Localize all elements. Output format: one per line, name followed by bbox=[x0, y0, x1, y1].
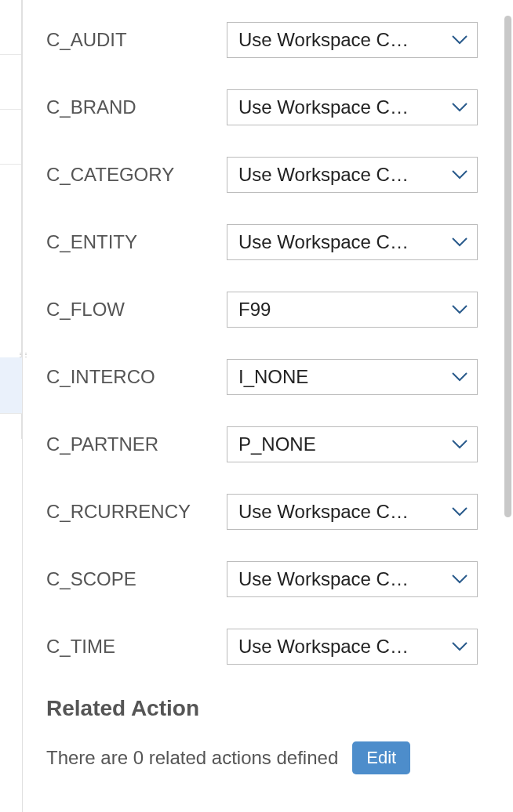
chevron-down-icon bbox=[452, 237, 468, 247]
field-label: C_BRAND bbox=[46, 96, 227, 118]
field-row-c-partner: C_PARTNER P_NONE bbox=[46, 426, 489, 462]
scrollbar-thumb[interactable] bbox=[504, 16, 511, 517]
field-label: C_CATEGORY bbox=[46, 164, 227, 186]
dropdown-c-flow[interactable]: F99 bbox=[227, 292, 478, 328]
field-row-c-scope: C_SCOPE Use Workspace C… bbox=[46, 561, 489, 597]
chevron-down-icon bbox=[452, 305, 468, 314]
chevron-down-icon bbox=[452, 440, 468, 449]
related-action-text: There are 0 related actions defined bbox=[46, 747, 338, 769]
chevron-down-icon bbox=[452, 103, 468, 112]
chevron-down-icon bbox=[452, 372, 468, 382]
chevron-down-icon bbox=[452, 507, 468, 517]
field-row-c-time: C_TIME Use Workspace C… bbox=[46, 629, 489, 665]
field-label: C_PARTNER bbox=[46, 433, 227, 455]
dropdown-c-brand[interactable]: Use Workspace C… bbox=[227, 89, 478, 125]
field-row-c-interco: C_INTERCO I_NONE bbox=[46, 359, 489, 395]
dropdown-value: Use Workspace C… bbox=[238, 29, 444, 51]
section-title-related-action: Related Action bbox=[46, 696, 489, 721]
chevron-down-icon bbox=[452, 642, 468, 651]
field-row-c-audit: C_AUDIT Use Workspace C… bbox=[46, 22, 489, 58]
dropdown-value: Use Workspace C… bbox=[238, 96, 444, 118]
dropdown-c-interco[interactable]: I_NONE bbox=[227, 359, 478, 395]
dropdown-c-partner[interactable]: P_NONE bbox=[227, 426, 478, 462]
properties-panel: C_AUDIT Use Workspace C… C_BRAND Use Wor… bbox=[22, 0, 513, 812]
field-row-c-brand: C_BRAND Use Workspace C… bbox=[46, 89, 489, 125]
field-row-c-category: C_CATEGORY Use Workspace C… bbox=[46, 157, 489, 193]
related-action-row: There are 0 related actions defined Edit bbox=[46, 741, 489, 774]
field-row-c-rcurrency: C_RCURRENCY Use Workspace C… bbox=[46, 494, 489, 530]
field-label: C_FLOW bbox=[46, 299, 227, 321]
dropdown-c-entity[interactable]: Use Workspace C… bbox=[227, 224, 478, 260]
dropdown-value: F99 bbox=[238, 299, 444, 321]
field-label: C_INTERCO bbox=[46, 366, 227, 388]
left-rail: ⋮⋮ bbox=[0, 0, 22, 439]
dropdown-c-scope[interactable]: Use Workspace C… bbox=[227, 561, 478, 597]
dropdown-value: Use Workspace C… bbox=[238, 568, 444, 590]
dropdown-value: Use Workspace C… bbox=[238, 231, 444, 253]
field-label: C_ENTITY bbox=[46, 231, 227, 253]
dropdown-c-audit[interactable]: Use Workspace C… bbox=[227, 22, 478, 58]
dropdown-c-time[interactable]: Use Workspace C… bbox=[227, 629, 478, 665]
dropdown-c-rcurrency[interactable]: Use Workspace C… bbox=[227, 494, 478, 530]
edit-button[interactable]: Edit bbox=[352, 741, 410, 774]
dropdown-value: Use Workspace C… bbox=[238, 636, 444, 658]
dropdown-value: Use Workspace C… bbox=[238, 164, 444, 186]
field-row-c-entity: C_ENTITY Use Workspace C… bbox=[46, 224, 489, 260]
dropdown-value: P_NONE bbox=[238, 433, 444, 455]
field-label: C_TIME bbox=[46, 636, 227, 658]
left-rail-active-tab[interactable] bbox=[0, 357, 22, 414]
chevron-down-icon bbox=[452, 170, 468, 179]
dropdown-value: I_NONE bbox=[238, 366, 444, 388]
field-row-c-flow: C_FLOW F99 bbox=[46, 292, 489, 328]
field-label: C_SCOPE bbox=[46, 568, 227, 590]
dropdown-c-category[interactable]: Use Workspace C… bbox=[227, 157, 478, 193]
field-label: C_AUDIT bbox=[46, 29, 227, 51]
chevron-down-icon bbox=[452, 35, 468, 45]
chevron-down-icon bbox=[452, 575, 468, 584]
field-label: C_RCURRENCY bbox=[46, 501, 227, 523]
dropdown-value: Use Workspace C… bbox=[238, 501, 444, 523]
